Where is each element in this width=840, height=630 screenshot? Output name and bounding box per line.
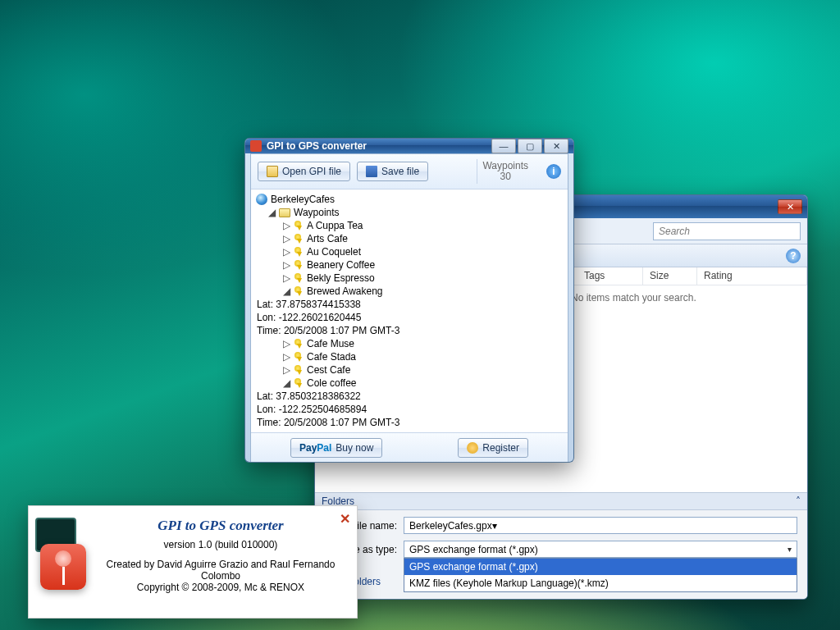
search-input[interactable]: Search — [653, 222, 801, 240]
expand-icon[interactable]: ▷ — [282, 337, 290, 350]
tree-item[interactable]: Arts Cafe — [307, 232, 348, 245]
expand-icon[interactable]: ▷ — [282, 219, 290, 232]
collapse-icon[interactable]: ◢ — [267, 206, 276, 219]
savetype-dropdown: GPS exchange format (*.gpx) KMZ files (K… — [404, 558, 797, 592]
close-icon[interactable]: ✕ — [340, 511, 350, 527]
col-size[interactable]: Size — [643, 267, 697, 285]
col-tags[interactable]: Tags — [578, 267, 643, 285]
waypoint-tree[interactable]: BerkeleyCafes ◢ Waypoints ▷A Cuppa Tea▷A… — [251, 189, 568, 432]
tree-detail: Time: 20/5/2008 1:07 PM GMT-3 — [257, 324, 399, 337]
filename-input[interactable]: BerkeleyCafes.gpx ▾ — [404, 517, 797, 534]
pin-icon — [294, 286, 304, 296]
folder-open-icon — [267, 166, 278, 177]
pin-icon — [294, 247, 304, 257]
expand-icon[interactable]: ▷ — [282, 232, 290, 245]
pin-icon — [294, 378, 304, 388]
savetype-value: GPS exchange format (*.gpx) — [409, 544, 538, 555]
expand-icon[interactable]: ▷ — [282, 272, 290, 285]
save-file-label: Save file — [381, 166, 419, 177]
open-gpi-button[interactable]: Open GPI file — [258, 162, 350, 181]
about-credits: Created by David Aguirre Grazio and Raul… — [99, 559, 342, 582]
about-box: ✕ GPI to GPS converter version 1.0 (buil… — [28, 505, 358, 619]
tree-folder[interactable]: Waypoints — [294, 206, 340, 219]
caret-icon: ▾ — [492, 520, 497, 532]
globe-icon — [256, 194, 267, 205]
pin-icon — [294, 260, 304, 270]
chevron-up-icon: ˄ — [796, 495, 801, 507]
tree-detail: Lat: 37.8758374415338 — [257, 298, 361, 311]
paypal-icon: PayPal — [299, 442, 331, 454]
about-version: version 1.0 (build 010000) — [99, 539, 342, 550]
filename-value: BerkeleyCafes.gpx — [409, 520, 492, 532]
tree-item[interactable]: Beanery Coffee — [307, 258, 375, 272]
open-gpi-label: Open GPI file — [282, 166, 341, 177]
tree-detail: Lon: -122.26021620445 — [257, 311, 361, 324]
register-button[interactable]: Register — [458, 438, 528, 458]
waypoint-count-value: 30 — [482, 171, 528, 182]
about-title: GPI to GPS converter — [99, 518, 342, 534]
tree-item[interactable]: Au Coquelet — [307, 245, 361, 258]
buy-now-label: Buy now — [336, 442, 373, 454]
minimize-button[interactable]: — — [491, 139, 516, 153]
tree-item[interactable]: Bekly Espresso — [307, 272, 375, 285]
info-icon[interactable]: i — [546, 164, 561, 179]
tree-item[interactable]: Cole coffee — [307, 377, 357, 390]
savetype-combo[interactable]: GPS exchange format (*.gpx) ▾ GPS exchan… — [404, 541, 797, 558]
pin-icon — [294, 234, 304, 244]
expand-icon[interactable]: ▷ — [282, 245, 290, 258]
expand-icon[interactable]: ▷ — [282, 258, 290, 272]
about-copyright: Copyright © 2008-2009, Mc & RENOX — [99, 582, 342, 593]
pin-icon — [294, 365, 304, 375]
register-label: Register — [482, 442, 519, 454]
pin-icon — [294, 352, 304, 362]
waypoint-count: Waypoints 30 — [477, 159, 533, 184]
pin-icon — [294, 221, 304, 231]
tree-item[interactable]: Brewed Awakeng — [307, 285, 383, 298]
floppy-icon — [366, 166, 377, 177]
savetype-option[interactable]: KMZ files (Keyhole Markup Language)(*.km… — [404, 575, 797, 591]
savetype-option[interactable]: GPS exchange format (*.gpx) — [404, 559, 797, 575]
close-button[interactable]: ✕ — [778, 199, 802, 214]
gear-icon — [467, 442, 478, 454]
caret-icon: ▾ — [788, 545, 792, 554]
help-icon[interactable]: ? — [786, 249, 801, 263]
collapse-icon[interactable]: ◢ — [282, 377, 290, 390]
window-title: GPI to GPS converter — [267, 140, 491, 152]
tree-root[interactable]: BerkeleyCafes — [271, 193, 335, 206]
tree-item[interactable]: Cafe Stada — [307, 350, 356, 363]
tree-item[interactable]: Cest Cafe — [307, 363, 350, 377]
collapse-icon[interactable]: ◢ — [282, 285, 290, 298]
gpi-titlebar[interactable]: GPI to GPS converter — ▢ ✕ — [245, 139, 573, 153]
empty-message: No items match your search. — [571, 292, 696, 304]
pin-icon — [40, 544, 86, 590]
expand-icon[interactable]: ▷ — [282, 363, 290, 377]
tree-item[interactable]: A Cuppa Tea — [307, 219, 363, 232]
folder-icon — [279, 208, 290, 217]
tree-detail: Lat: 37.8503218386322 — [257, 390, 361, 403]
tree-item[interactable]: Cafe Muse — [307, 337, 354, 350]
expand-icon[interactable]: ▷ — [282, 350, 290, 363]
tree-detail: Lon: -122.252504685894 — [257, 403, 367, 416]
buy-now-button[interactable]: PayPal Buy now — [290, 438, 382, 458]
maximize-button[interactable]: ▢ — [518, 139, 542, 153]
gpi-converter-window: GPI to GPS converter — ▢ ✕ Open GPI file… — [244, 138, 574, 463]
col-rating[interactable]: Rating — [697, 267, 807, 285]
pin-icon — [294, 273, 304, 283]
close-button[interactable]: ✕ — [544, 139, 568, 153]
pin-icon — [294, 339, 304, 349]
tree-detail: Time: 20/5/2008 1:07 PM GMT-3 — [257, 416, 399, 429]
app-icon — [250, 140, 262, 152]
save-file-button[interactable]: Save file — [357, 162, 428, 181]
folders-collapse-bar[interactable]: Folders ˄ — [315, 492, 807, 510]
